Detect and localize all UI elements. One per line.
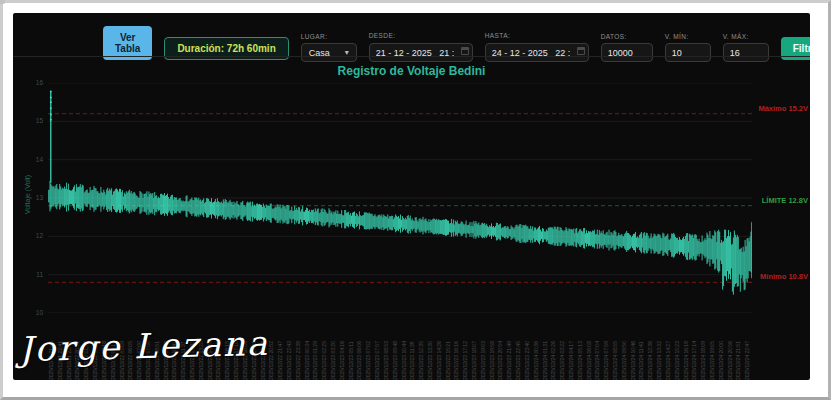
watermark-signature: Jorge Lezana — [19, 323, 270, 370]
x-tick-label: 2025/12/24 10:46 — [630, 316, 637, 380]
x-tick-label: 2025/12/23 20:54 — [497, 316, 504, 380]
x-tick-label: 2025/12/24 01:31 — [542, 316, 549, 380]
x-tick-label: 2025/12/23 04:16 — [339, 316, 346, 380]
x-tick-label: 2025/12/24 11:41 — [638, 316, 645, 380]
x-tick-label: 2025/12/23 05:11 — [348, 316, 355, 380]
x-tick-label: 2025/12/23 15:21 — [445, 316, 452, 380]
x-tick-label: 2025/12/23 17:12 — [462, 316, 469, 380]
x-tick-label: 2025/12/22 20:52 — [268, 316, 275, 380]
x-tick-label: 2025/12/24 21:51 — [735, 316, 742, 380]
x-tick-label: 2025/12/23 12:35 — [418, 316, 425, 380]
x-tick-label: 2025/12/23 23:40 — [524, 316, 531, 380]
y-tick-label: 16 — [27, 79, 43, 86]
x-tick-label: 2025/12/23 00:34 — [304, 316, 311, 380]
y-tick-label: 12 — [27, 232, 43, 239]
x-tick-label: 2025/12/24 14:27 — [665, 316, 672, 380]
x-tick-label: 2025/12/24 08:55 — [612, 316, 619, 380]
x-tick-label: 2025/12/24 22:47 — [744, 316, 751, 380]
x-tick-label: 2025/12/22 23:38 — [295, 316, 302, 380]
chart-area: Registro de Voltaje Bedini Voltaje (Volt… — [13, 13, 810, 380]
x-tick-label: 2025/12/23 09:48 — [392, 316, 399, 380]
x-tick-label: 2025/12/23 07:57 — [374, 316, 381, 380]
x-tick-label: 2025/12/24 07:59 — [603, 316, 610, 380]
x-tick-label: 2025/12/24 05:13 — [577, 316, 584, 380]
x-tick-label: 2025/12/24 04:17 — [568, 316, 575, 380]
x-tick-label: 2025/12/23 11:39 — [409, 316, 416, 380]
x-tick-label: 2025/12/23 06:06 — [356, 316, 363, 380]
x-tick-label: 2025/12/23 08:53 — [383, 316, 390, 380]
x-tick-label: 2025/12/22 22:43 — [286, 316, 293, 380]
x-tick-label: 2025/12/24 12:36 — [647, 316, 654, 380]
x-tick-label: 2025/12/24 07:04 — [594, 316, 601, 380]
y-tick-label: 15 — [27, 117, 43, 124]
x-tick-label: 2025/12/24 17:14 — [691, 316, 698, 380]
x-tick-label: 2025/12/24 09:50 — [621, 316, 628, 380]
x-tick-label: 2025/12/23 19:03 — [480, 316, 487, 380]
app-panel: Ver Tabla Duración: 72h 60min LUGAR: Cas… — [13, 13, 810, 380]
x-tick-label: 2025/12/24 03:22 — [559, 316, 566, 380]
y-tick-label: 10 — [27, 309, 43, 316]
chart-title: Registro de Voltaje Bedini — [13, 64, 810, 78]
x-tick-label: 2025/12/24 02:26 — [550, 316, 557, 380]
x-tick-label: 2025/12/24 06:08 — [586, 316, 593, 380]
x-tick-label: 2025/12/23 19:58 — [489, 316, 496, 380]
x-tick-label: 2025/12/24 00:36 — [533, 316, 540, 380]
y-tick-label: 14 — [27, 156, 43, 163]
plotline-label-limite: LÍMITE 12.8V — [762, 196, 808, 205]
x-tick-label: 2025/12/23 07:02 — [365, 316, 372, 380]
plotline-label-minimo: Mínimo 10.8V — [760, 272, 808, 281]
y-tick-label: 13 — [27, 194, 43, 201]
x-tick-label: 2025/12/23 02:25 — [321, 316, 328, 380]
y-tick-label: 11 — [27, 271, 43, 278]
voltage-scatter-plot — [48, 83, 752, 313]
x-tick-label: 2025/12/22 21:47 — [277, 316, 284, 380]
x-tick-label: 2025/12/24 20:56 — [727, 316, 734, 380]
x-tick-label: 2025/12/23 14:26 — [436, 316, 443, 380]
x-tick-label: 2025/12/23 18:07 — [471, 316, 478, 380]
x-tick-label: 2025/12/23 21:49 — [506, 316, 513, 380]
frame-artifact — [0, 0, 5, 4]
x-tick-label: 2025/12/23 10:44 — [401, 316, 408, 380]
x-tick-label: 2025/12/24 20:00 — [718, 316, 725, 380]
window-frame: Ver Tabla Duración: 72h 60min LUGAR: Cas… — [0, 0, 831, 400]
x-tick-label: 2025/12/23 03:20 — [330, 316, 337, 380]
x-tick-label: 2025/12/24 15:23 — [674, 316, 681, 380]
x-tick-label: 2025/12/23 13:30 — [427, 316, 434, 380]
x-tick-label: 2025/12/24 16:18 — [683, 316, 690, 380]
x-tick-label: 2025/12/24 19:05 — [709, 316, 716, 380]
x-tick-label: 2025/12/23 16:16 — [453, 316, 460, 380]
x-tick-label: 2025/12/24 13:32 — [656, 316, 663, 380]
x-tick-label: 2025/12/23 01:29 — [312, 316, 319, 380]
x-tick-label: 2025/12/24 18:09 — [700, 316, 707, 380]
plotline-label-maximo: Máximo 15.2V — [758, 104, 808, 113]
x-tick-label: 2025/12/23 22:45 — [515, 316, 522, 380]
